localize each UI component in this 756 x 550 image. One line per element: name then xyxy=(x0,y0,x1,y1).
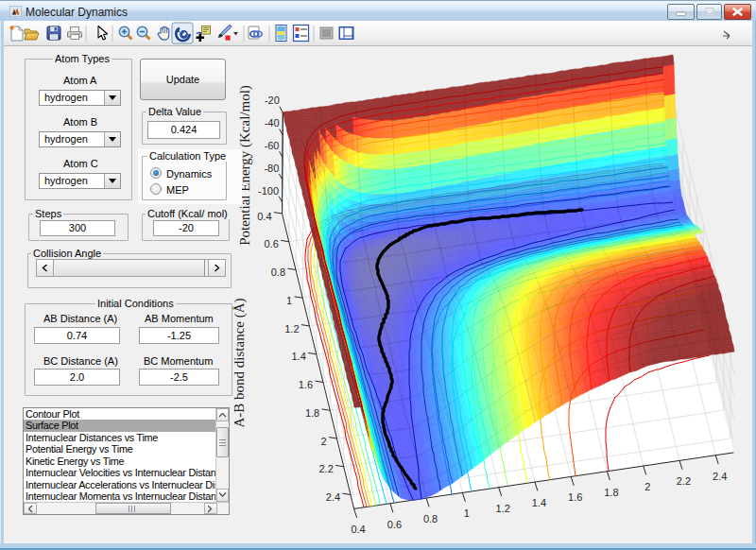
svg-text:0.4: 0.4 xyxy=(257,211,271,222)
svg-text:-20: -20 xyxy=(265,95,280,106)
svg-text:1.2: 1.2 xyxy=(284,323,299,335)
svg-text:0.8: 0.8 xyxy=(271,266,285,278)
svg-text:1: 1 xyxy=(286,295,292,306)
svg-text:-100: -100 xyxy=(258,185,279,197)
svg-text:-40: -40 xyxy=(265,117,280,129)
svg-text:1.2: 1.2 xyxy=(496,503,510,514)
svg-text:0.6: 0.6 xyxy=(265,238,279,249)
svg-text:2.4: 2.4 xyxy=(713,471,727,482)
svg-text:2.2: 2.2 xyxy=(319,463,334,474)
svg-text:1.6: 1.6 xyxy=(568,491,582,503)
svg-text:1.8: 1.8 xyxy=(305,407,319,419)
svg-text:2: 2 xyxy=(644,481,650,492)
svg-text:2: 2 xyxy=(320,436,326,447)
svg-text:1: 1 xyxy=(464,507,470,519)
svg-text:-80: -80 xyxy=(264,163,279,174)
svg-text:1.6: 1.6 xyxy=(299,379,313,390)
svg-text:0.4: 0.4 xyxy=(351,524,365,535)
svg-text:1.8: 1.8 xyxy=(604,487,618,498)
svg-text:1.4: 1.4 xyxy=(532,497,546,508)
svg-text:A-B bond distance (Å): A-B bond distance (Å) xyxy=(232,298,248,427)
svg-text:0.6: 0.6 xyxy=(387,519,402,530)
svg-text:0.8: 0.8 xyxy=(423,513,438,524)
svg-text:1.4: 1.4 xyxy=(292,351,306,362)
svg-text:-60: -60 xyxy=(264,140,279,151)
svg-text:2.4: 2.4 xyxy=(326,491,340,503)
svg-text:2.2: 2.2 xyxy=(677,475,691,487)
